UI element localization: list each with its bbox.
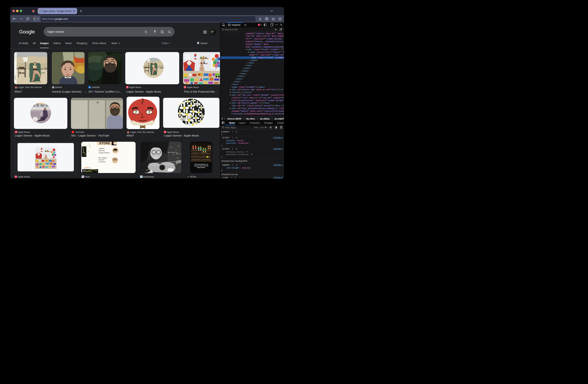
svg-text:Temple Games.: Temple Games. (197, 167, 206, 168)
svg-text:all content: all content (98, 156, 107, 159)
svg-text:"BEES": "BEES" (194, 103, 200, 105)
svg-text:J. Sorese: J. Sorese (98, 161, 105, 163)
svg-text:LOGAN: LOGAN (181, 118, 185, 119)
svg-text:Logan Sorese: Logan Sorese (99, 152, 109, 154)
svg-text:copyright ©: copyright © (98, 159, 105, 161)
svg-text:built by: built by (99, 149, 105, 152)
svg-text:website: website (99, 147, 105, 149)
svg-text:latest: latest (84, 166, 90, 169)
svg-text:?: ? (135, 110, 137, 114)
svg-text:STORE: STORE (99, 142, 110, 145)
svg-text:excited to make it into the: excited to make it into the (194, 165, 208, 167)
svg-text:This Green Monkey is so: This Green Monkey is so (194, 164, 208, 165)
svg-text:SORESE: SORESE (180, 119, 185, 120)
svg-text:?: ? (148, 110, 150, 114)
